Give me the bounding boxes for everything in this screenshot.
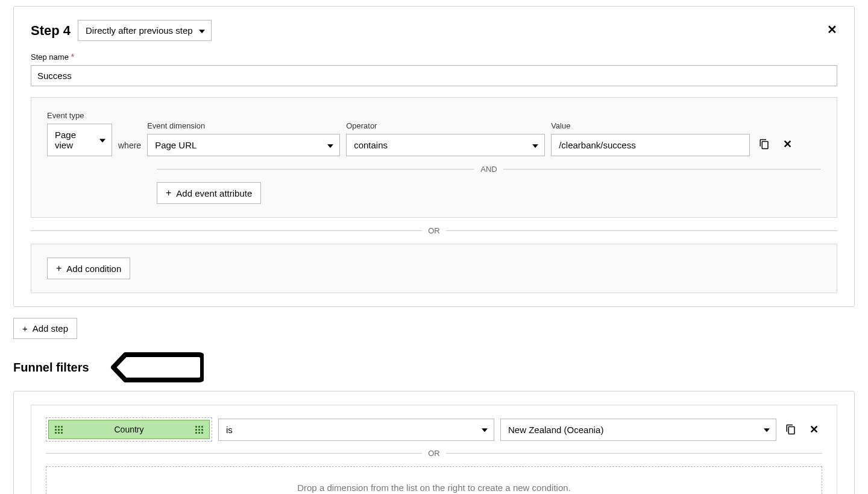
where-label: where [118, 141, 141, 156]
event-type-select[interactable]: Page view [47, 124, 112, 156]
required-asterisk: * [71, 52, 74, 62]
step-card: Step 4 Directly after previous step ✕ St… [13, 6, 855, 307]
operator-label: Operator [346, 121, 545, 130]
add-step-button[interactable]: + Add step [13, 318, 77, 339]
remove-condition-button[interactable]: ✕ [779, 136, 796, 153]
event-dimension-value: Page URL [155, 140, 197, 150]
divider-rule [446, 453, 822, 454]
dimension-drop-zone[interactable]: Drop a dimension from the list on the ri… [46, 466, 822, 494]
filter-value-select[interactable]: New Zealand (Oceania) [500, 419, 776, 441]
filter-panel: Country is New Zealand (Oceania) ✕ [31, 405, 837, 494]
filter-operator-select[interactable]: is [218, 419, 494, 441]
event-type-value: Page view [55, 130, 76, 150]
add-event-attribute-button[interactable]: + Add event attribute [157, 182, 261, 204]
divider-rule [503, 169, 821, 169]
add-condition-button[interactable]: + Add condition [47, 258, 130, 279]
add-step-label: Add step [33, 323, 68, 334]
remove-filter-button[interactable]: ✕ [805, 421, 822, 438]
value-label: Value [551, 121, 750, 130]
or-label: OR [422, 226, 446, 235]
drag-handle-icon[interactable] [55, 426, 63, 434]
divider-rule [157, 169, 474, 169]
add-condition-label: Add condition [66, 264, 121, 274]
and-label: AND [474, 165, 503, 174]
step-header: Step 4 Directly after previous step ✕ [31, 20, 837, 41]
filter-operator-value: is [226, 425, 233, 435]
filter-row: Country is New Zealand (Oceania) ✕ [46, 417, 822, 442]
step-sequence-label: Directly after previous step [86, 25, 193, 36]
or-divider: OR [31, 226, 837, 235]
and-divider: AND [157, 165, 821, 174]
event-type-label: Event type [47, 111, 112, 120]
filter-or-divider: OR [46, 449, 822, 458]
step-sequence-select[interactable]: Directly after previous step [78, 20, 212, 41]
dimension-chip[interactable]: Country [48, 420, 210, 439]
filter-value-value: New Zealand (Oceania) [508, 425, 603, 435]
close-step-icon[interactable]: ✕ [827, 22, 837, 37]
value-input[interactable] [551, 134, 750, 156]
plus-icon: + [56, 263, 61, 274]
event-dimension-select[interactable]: Page URL [147, 134, 340, 156]
operator-value: contains [354, 140, 388, 150]
plus-icon: + [166, 188, 171, 198]
divider-rule [31, 230, 422, 231]
funnel-filters-heading: Funnel filters [13, 361, 89, 375]
step-name-block: Step name * [31, 52, 837, 86]
event-condition-panel: Event type Page view where Event dimensi… [31, 97, 837, 218]
plus-icon: + [22, 323, 28, 334]
step-name-label: Step name [31, 52, 69, 62]
event-row: Event type Page view where Event dimensi… [47, 111, 821, 156]
event-dimension-label: Event dimension [147, 121, 340, 130]
dimension-chip-wrap: Country [46, 417, 212, 442]
dimension-name: Country [68, 425, 190, 434]
step-title: Step 4 [31, 23, 71, 39]
step-name-input[interactable] [31, 65, 837, 86]
annotation-arrow-icon [95, 351, 204, 384]
copy-icon [785, 424, 796, 435]
divider-rule [446, 230, 837, 231]
copy-filter-button[interactable] [782, 421, 799, 438]
copy-condition-button[interactable] [756, 136, 773, 153]
drag-handle-icon[interactable] [195, 426, 203, 434]
add-event-attribute-label: Add event attribute [176, 188, 252, 198]
divider-rule [46, 453, 422, 454]
operator-select[interactable]: contains [346, 134, 545, 156]
drop-zone-hint: Drop a dimension from the list on the ri… [297, 483, 571, 493]
add-condition-panel: + Add condition [31, 244, 837, 293]
filter-or-label: OR [422, 449, 446, 458]
copy-icon [759, 139, 770, 150]
funnel-header-row: Funnel filters [13, 351, 855, 384]
funnel-filter-card: Country is New Zealand (Oceania) ✕ [13, 391, 855, 494]
